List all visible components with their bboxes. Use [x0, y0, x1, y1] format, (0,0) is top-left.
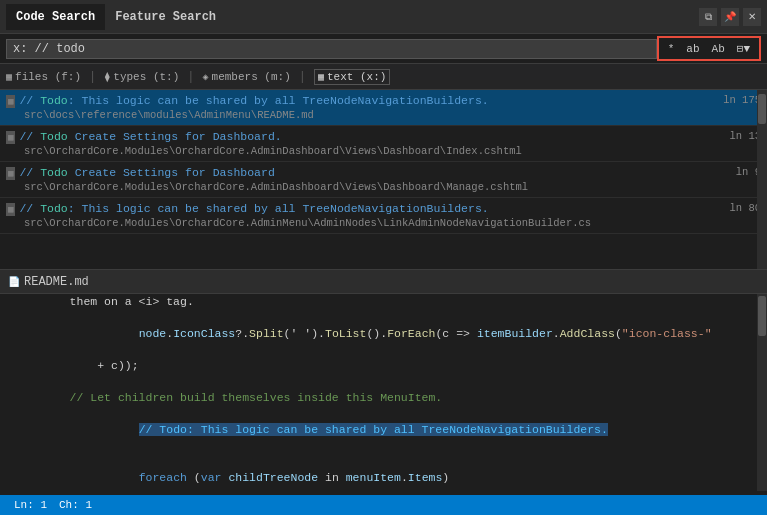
result-path-2: src\OrchardCore.Modules\OrchardCore.Admi… — [6, 145, 761, 157]
result-icon-4: ▦ — [6, 203, 15, 216]
filter-sep1: | — [89, 70, 96, 84]
filter-files[interactable]: ▦ files (f:) — [6, 71, 81, 83]
code-panel-wrapper: them on a <i> tag. node.IconClass?.Split… — [0, 294, 767, 491]
status-bar: Ln: 1 Ch: 1 — [0, 495, 767, 515]
filter-members[interactable]: ◈ members (m:) — [203, 71, 291, 83]
files-icon: ▦ — [6, 71, 12, 83]
filter-text-label: text (x:) — [327, 71, 386, 83]
result-icon-3: ▦ — [6, 167, 15, 180]
code-panel[interactable]: them on a <i> tag. node.IconClass?.Split… — [0, 294, 767, 491]
code-line-4 — [0, 374, 757, 390]
filter-types[interactable]: ⧫ types (t:) — [104, 71, 179, 83]
more-options-button[interactable]: ⊟▼ — [732, 40, 755, 57]
result-item-1[interactable]: ▦ // Todo: This logic can be shared by a… — [0, 90, 767, 126]
result-icon-2: ▦ — [6, 131, 15, 144]
filter-bar: ▦ files (f:) | ⧫ types (t:) | ◈ members … — [0, 64, 767, 90]
filter-sep2: | — [187, 70, 194, 84]
window-controls: ⧉ 📌 ✕ — [699, 8, 761, 26]
filter-text[interactable]: ▦ text (x:) — [314, 69, 390, 85]
whole-word-button[interactable]: Ab — [707, 41, 730, 57]
result-text-1: // Todo: This logic can be shared by all… — [19, 94, 719, 107]
app-window: Code Search Feature Search ⧉ 📌 ✕ * ab Ab… — [0, 0, 767, 515]
result-path-3: src\OrchardCore.Modules\OrchardCore.Admi… — [6, 181, 761, 193]
code-line-7: foreach (var childTreeNode in menuItem.I… — [0, 454, 757, 491]
pin-button[interactable]: 📌 — [721, 8, 739, 26]
code-scrollbar-thumb — [758, 296, 766, 336]
status-position: Ln: 1 — [8, 499, 53, 511]
result-text-4: // Todo: This logic can be shared by all… — [19, 202, 725, 215]
result-item-2[interactable]: ▦ // Todo Create Settings for Dashboard.… — [0, 126, 767, 162]
result-line-1: ln 175 — [723, 94, 761, 106]
result-text-3: // Todo Create Settings for Dashboard — [19, 166, 731, 179]
result-path-4: src\OrchardCore.Modules\OrchardCore.Admi… — [6, 217, 761, 229]
tab-code-search[interactable]: Code Search — [6, 4, 105, 30]
preview-filename: README.md — [24, 275, 89, 289]
result-item-3[interactable]: ▦ // Todo Create Settings for Dashboard … — [0, 162, 767, 198]
result-path-1: src\docs\reference\modules\AdminMenu\REA… — [6, 109, 761, 121]
code-line-3: + c)); — [0, 358, 757, 374]
search-input[interactable] — [6, 39, 657, 59]
search-bar: * ab Ab ⊟▼ — [0, 34, 767, 64]
code-line-6: // Todo: This logic can be shared by all… — [0, 406, 757, 454]
types-icon: ⧫ — [104, 71, 110, 83]
text-icon: ▦ — [318, 71, 324, 83]
wildcard-button[interactable]: * — [663, 41, 680, 57]
search-options: * ab Ab ⊟▼ — [657, 36, 761, 61]
results-scrollbar-thumb — [758, 94, 766, 124]
close-button[interactable]: ✕ — [743, 8, 761, 26]
result-item-4[interactable]: ▦ // Todo: This logic can be shared by a… — [0, 198, 767, 234]
status-column: Ch: 1 — [53, 499, 98, 511]
code-scrollbar[interactable] — [757, 294, 767, 491]
filter-sep3: | — [299, 70, 306, 84]
code-line-2: node.IconClass?.Split(' ').ToList().ForE… — [0, 310, 757, 358]
result-icon-1: ▦ — [6, 95, 15, 108]
result-text-2: // Todo Create Settings for Dashboard. — [19, 130, 725, 143]
filter-types-label: types (t:) — [113, 71, 179, 83]
preview-header: 📄 README.md — [0, 270, 767, 294]
restore-button[interactable]: ⧉ — [699, 8, 717, 26]
members-icon: ◈ — [203, 71, 209, 83]
results-panel: ▦ // Todo: This logic can be shared by a… — [0, 90, 767, 270]
match-case-button[interactable]: ab — [681, 41, 704, 57]
preview-file-icon: 📄 — [8, 276, 20, 288]
title-bar: Code Search Feature Search ⧉ 📌 ✕ — [0, 0, 767, 34]
filter-files-label: files (f:) — [15, 71, 81, 83]
filter-members-label: members (m:) — [212, 71, 291, 83]
code-line-5: // Let children build themselves inside … — [0, 390, 757, 406]
results-scrollbar[interactable] — [757, 90, 767, 269]
tab-feature-search[interactable]: Feature Search — [105, 4, 226, 30]
code-line-1: them on a <i> tag. — [0, 294, 757, 310]
